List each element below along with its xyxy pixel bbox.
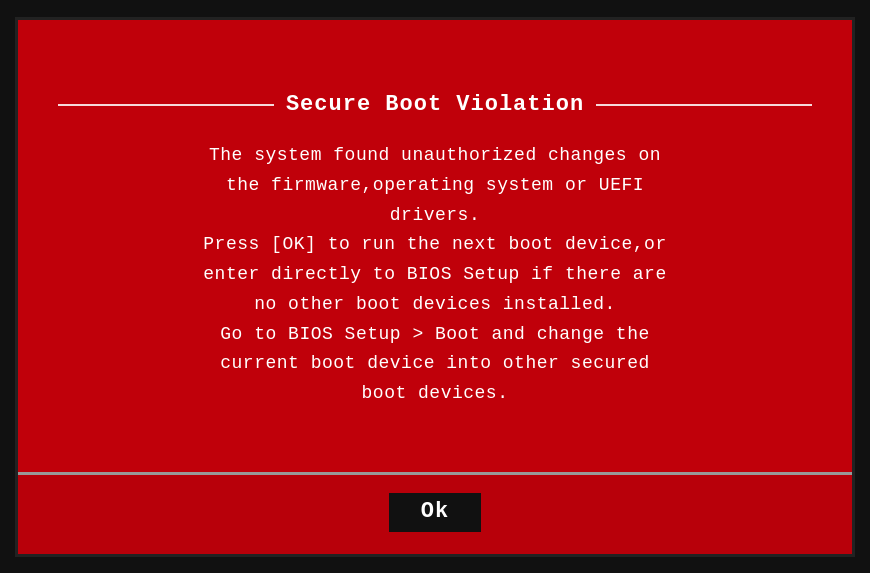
title-line-right	[596, 104, 812, 106]
message-line2: the firmware,operating system or UEFI	[226, 175, 644, 195]
message-line5: enter directly to BIOS Setup if there ar…	[203, 264, 666, 284]
message-line1: The system found unauthorized changes on	[209, 145, 661, 165]
message-line8: current boot device into other secured	[220, 353, 649, 373]
secure-boot-dialog: Secure Boot Violation The system found u…	[15, 17, 855, 557]
button-area: Ok	[18, 472, 852, 554]
message-line4: Press [OK] to run the next boot device,o…	[203, 234, 666, 254]
ok-button[interactable]: Ok	[389, 493, 481, 532]
message-line9: boot devices.	[362, 383, 509, 403]
title-bar: Secure Boot Violation	[58, 92, 812, 117]
main-content-area: Secure Boot Violation The system found u…	[18, 20, 852, 472]
message-line7: Go to BIOS Setup > Boot and change the	[220, 324, 649, 344]
message-body: The system found unauthorized changes on…	[58, 141, 812, 408]
title-line-left	[58, 104, 274, 106]
message-line3: drivers.	[390, 205, 480, 225]
dialog-title: Secure Boot Violation	[274, 92, 596, 117]
message-line6: no other boot devices installed.	[254, 294, 616, 314]
